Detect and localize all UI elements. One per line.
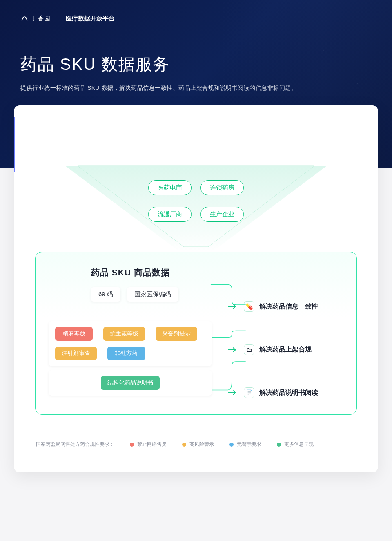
brand-logo: 丁香园: [20, 15, 51, 22]
separator: [58, 15, 58, 22]
page-subtitle: 提供行业统一标准的药品 SKU 数据，解决药品信息一致性、药品上架合规和说明书阅…: [20, 85, 372, 92]
leaf-icon: [20, 15, 29, 22]
brand-name: 丁香园: [31, 15, 51, 22]
content-card: 医药电商 连锁药房 流通厂商 生产企业 药品 SKU 商品数据 69 码: [14, 105, 378, 168]
page-title: 药品 SKU 数据服务: [20, 53, 372, 76]
accent-bar: [14, 117, 15, 168]
funnel-section: 医药电商 连锁药房 流通厂商 生产企业: [35, 117, 357, 168]
platform-name: 医疗数据开放平台: [66, 15, 115, 22]
top-bar: 丁香园 医疗数据开放平台: [20, 12, 372, 25]
